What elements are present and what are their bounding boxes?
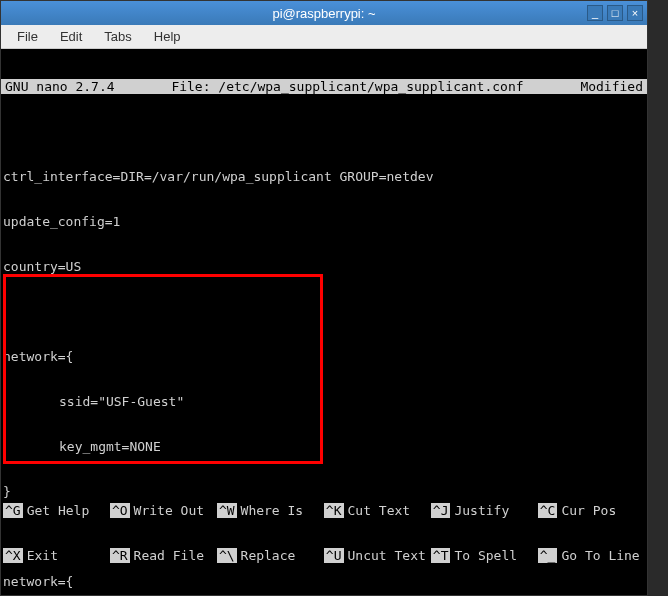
menu-file[interactable]: File bbox=[7, 27, 48, 46]
editor-line bbox=[1, 304, 647, 319]
shortcut-where-is: ^WWhere Is bbox=[217, 503, 324, 518]
shortcut-cur-pos: ^CCur Pos bbox=[538, 503, 645, 518]
nano-app-name: GNU nano 2.7.4 bbox=[5, 79, 115, 94]
minimize-button[interactable]: _ bbox=[587, 5, 603, 21]
nano-footer: ^GGet Help ^OWrite Out ^WWhere Is ^KCut … bbox=[1, 473, 647, 595]
shortcut-cut-text: ^KCut Text bbox=[324, 503, 431, 518]
editor-line: network={ bbox=[1, 349, 647, 364]
shortcut-get-help: ^GGet Help bbox=[3, 503, 110, 518]
nano-file-path: File: /etc/wpa_supplicant/wpa_supplicant… bbox=[171, 79, 523, 94]
nano-header: GNU nano 2.7.4 File: /etc/wpa_supplicant… bbox=[1, 79, 647, 94]
terminal-window: pi@raspberrypi: ~ _ □ × File Edit Tabs H… bbox=[0, 0, 648, 596]
menu-edit[interactable]: Edit bbox=[50, 27, 92, 46]
window-titlebar: pi@raspberrypi: ~ _ □ × bbox=[1, 1, 647, 25]
close-button[interactable]: × bbox=[627, 5, 643, 21]
menubar: File Edit Tabs Help bbox=[1, 25, 647, 49]
annotation-highlight-box bbox=[3, 274, 323, 464]
menu-help[interactable]: Help bbox=[144, 27, 191, 46]
maximize-button[interactable]: □ bbox=[607, 5, 623, 21]
editor-line: ctrl_interface=DIR=/var/run/wpa_supplica… bbox=[1, 169, 647, 184]
terminal-area[interactable]: GNU nano 2.7.4 File: /etc/wpa_supplicant… bbox=[1, 49, 647, 595]
editor-line: update_config=1 bbox=[1, 214, 647, 229]
shortcut-to-spell: ^TTo Spell bbox=[431, 548, 538, 563]
window-title: pi@raspberrypi: ~ bbox=[272, 6, 375, 21]
editor-line: key_mgmt=NONE bbox=[1, 439, 647, 454]
shortcut-go-to-line: ^_Go To Line bbox=[538, 548, 645, 563]
editor-line: country=US bbox=[1, 259, 647, 274]
window-controls: _ □ × bbox=[587, 5, 643, 21]
shortcut-replace: ^\Replace bbox=[217, 548, 324, 563]
shortcut-uncut-text: ^UUncut Text bbox=[324, 548, 431, 563]
shortcut-write-out: ^OWrite Out bbox=[110, 503, 217, 518]
editor-line: ssid="USF-Guest" bbox=[1, 394, 647, 409]
shortcut-justify: ^JJustify bbox=[431, 503, 538, 518]
shortcut-exit: ^XExit bbox=[3, 548, 110, 563]
menu-tabs[interactable]: Tabs bbox=[94, 27, 141, 46]
nano-status: Modified bbox=[580, 79, 643, 94]
shortcut-read-file: ^RRead File bbox=[110, 548, 217, 563]
